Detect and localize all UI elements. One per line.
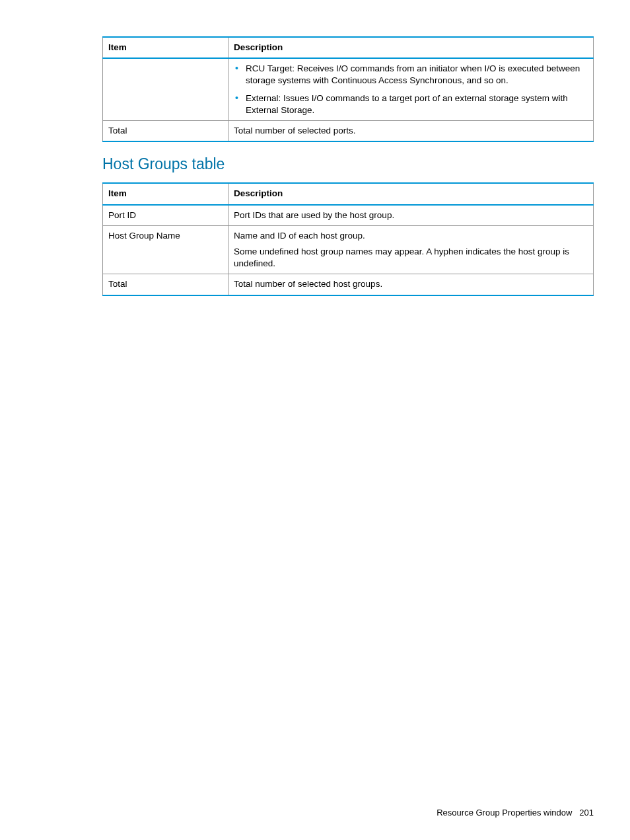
cell-description: Total number of selected ports. [228, 121, 594, 142]
section-heading: Host Groups table [102, 155, 594, 173]
host-groups-table: Item Description Port ID Port IDs that a… [102, 182, 594, 295]
list-item: External: Issues I/O commands to a targe… [243, 93, 588, 116]
cell-item: Total [103, 274, 228, 295]
col-header-description: Description [228, 37, 594, 58]
table-row: Total Total number of selected host grou… [103, 274, 594, 295]
table-row: Host Group Name Name and ID of each host… [103, 225, 594, 274]
page-content: Item Description RCU Target: Receives I/… [0, 0, 630, 296]
col-header-item: Item [103, 183, 228, 204]
table-header-row: Item Description [103, 183, 594, 204]
bullet-list: RCU Target: Receives I/O commands from a… [234, 63, 588, 116]
cell-description: Port IDs that are used by the host group… [228, 205, 594, 226]
cell-description: RCU Target: Receives I/O commands from a… [228, 58, 594, 120]
desc-line: Name and ID of each host group. [234, 230, 588, 242]
cell-item: Total [103, 121, 228, 142]
cell-description: Name and ID of each host group. Some und… [228, 225, 594, 274]
page-footer: Resource Group Properties window 201 [437, 808, 594, 818]
cell-item [103, 58, 228, 120]
table-row: Total Total number of selected ports. [103, 121, 594, 142]
cell-item: Port ID [103, 205, 228, 226]
col-header-description: Description [228, 183, 594, 204]
table-header-row: Item Description [103, 37, 594, 58]
page-number: 201 [579, 808, 594, 818]
desc-line: Some undefined host group names may appe… [234, 246, 588, 270]
table-row: Port ID Port IDs that are used by the ho… [103, 205, 594, 226]
list-item: RCU Target: Receives I/O commands from a… [243, 63, 588, 87]
cell-description: Total number of selected host groups. [228, 274, 594, 295]
ports-table: Item Description RCU Target: Receives I/… [102, 36, 594, 142]
table-row: RCU Target: Receives I/O commands from a… [103, 58, 594, 120]
cell-item: Host Group Name [103, 225, 228, 274]
footer-text: Resource Group Properties window [437, 808, 572, 818]
col-header-item: Item [103, 37, 228, 58]
